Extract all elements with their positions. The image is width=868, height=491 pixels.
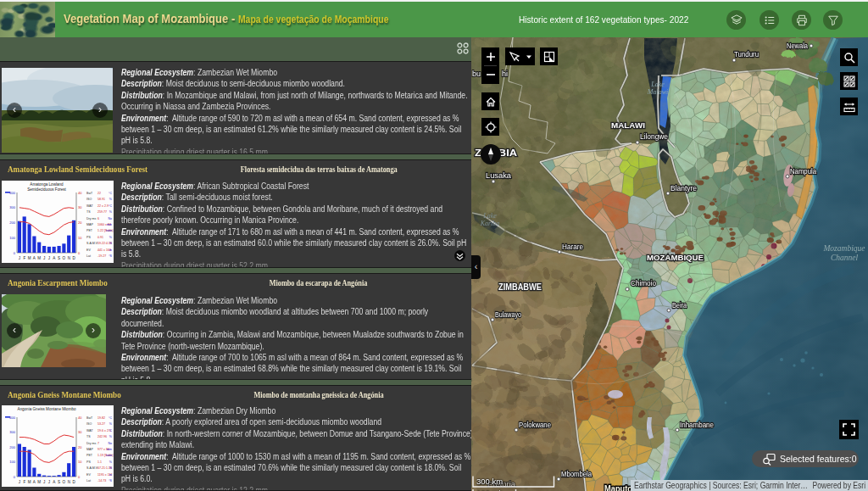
svg-text:Dry ms: Dry ms: [86, 217, 97, 220]
svg-text:-19.27: -19.27: [97, 254, 106, 258]
svg-text:MOZAMBIQUE: MOZAMBIQUE: [647, 254, 704, 262]
svg-text:F: F: [23, 480, 25, 484]
svg-text:22: 22: [97, 192, 101, 195]
svg-text:PS: PS: [86, 460, 91, 464]
svg-text:200: 200: [9, 220, 15, 225]
svg-text:O: O: [63, 256, 66, 260]
svg-text:10: 10: [78, 460, 82, 464]
svg-text:MAP: MAP: [86, 448, 93, 451]
svg-text:22 ± 2.9: 22 ± 2.9: [97, 204, 108, 208]
svg-text:1.1: 1.1: [97, 460, 102, 464]
svg-text:19.82: 19.82: [97, 416, 105, 420]
svg-text:7: 7: [97, 442, 99, 445]
svg-text:N: N: [68, 256, 70, 260]
svg-text:TS: TS: [86, 435, 91, 438]
svg-text:Inhambane: Inhambane: [680, 420, 714, 429]
svg-text:Maputo: Maputo: [604, 483, 632, 491]
svg-text:M: M: [37, 480, 41, 484]
svg-text:MALAWI: MALAWI: [611, 120, 645, 130]
svg-text:242.96: 242.96: [97, 435, 107, 438]
svg-text:°C: °C: [108, 204, 112, 208]
svg-text:20: 20: [78, 220, 82, 225]
svg-text:Mozambique: Mozambique: [822, 244, 865, 253]
svg-text:hi: hi: [502, 70, 508, 78]
svg-text:Lake: Lake: [482, 212, 497, 220]
svg-text:mm: mm: [107, 223, 112, 226]
svg-text:M: M: [37, 256, 41, 260]
svg-text:0.91: 0.91: [97, 236, 103, 239]
svg-text:ratio: ratio: [106, 229, 112, 232]
svg-text:Lilongwe: Lilongwe: [640, 131, 668, 141]
svg-text:MAP: MAP: [86, 223, 93, 226]
svg-text:°S: °S: [108, 479, 112, 483]
svg-text:Semideciduous Forest: Semideciduous Forest: [27, 187, 66, 192]
svg-text:WAT: WAT: [86, 429, 93, 432]
svg-text:mm: mm: [107, 448, 112, 451]
svg-text:M: M: [28, 480, 31, 484]
svg-text:ISO: ISO: [86, 422, 92, 426]
svg-text:Beira: Beira: [672, 300, 687, 310]
svg-text:J: J: [19, 256, 20, 260]
svg-text:300: 300: [9, 205, 15, 209]
svg-text:bu: bu: [472, 70, 481, 78]
svg-text:°C: °C: [108, 192, 112, 195]
svg-text:200: 200: [9, 445, 15, 449]
svg-text:Angonia Gneiss Montane Miombo: Angonia Gneiss Montane Miombo: [17, 407, 76, 411]
svg-text:Blantyre: Blantyre: [670, 183, 697, 192]
svg-text:S: S: [58, 256, 60, 260]
svg-text:N: N: [68, 480, 70, 484]
svg-text:EV: EV: [86, 248, 91, 252]
svg-text:58.91: 58.91: [97, 198, 105, 201]
svg-text:30: 30: [78, 430, 82, 434]
svg-text:Lat: Lat: [86, 479, 91, 483]
svg-text:40: 40: [78, 191, 82, 195]
svg-text:400: 400: [9, 416, 15, 420]
svg-text:Chimoio: Chimoio: [631, 278, 656, 287]
svg-text:TS: TS: [86, 210, 91, 214]
svg-text:PS: PS: [86, 236, 91, 239]
svg-text:53.27: 53.27: [97, 422, 105, 426]
svg-text:259.77: 259.77: [97, 210, 107, 214]
svg-text:M: M: [28, 256, 31, 260]
svg-text:S: S: [58, 480, 60, 484]
svg-text:°C: °C: [108, 429, 112, 432]
svg-text:400: 400: [9, 191, 15, 195]
svg-text:30: 30: [78, 205, 82, 209]
svg-text:Kariba: Kariba: [480, 220, 500, 227]
svg-text:100: 100: [9, 460, 15, 464]
svg-text:m: m: [109, 248, 112, 252]
svg-text:J: J: [43, 256, 45, 260]
svg-text:ratio: ratio: [106, 454, 112, 457]
svg-text:Bulawayo: Bulawayo: [495, 310, 521, 319]
svg-text:Amatonga Lowland: Amatonga Lowland: [30, 182, 64, 187]
svg-text:EV: EV: [86, 473, 91, 477]
svg-text:WAT: WAT: [86, 204, 93, 208]
svg-text:Lat: Lat: [86, 254, 91, 258]
svg-text:Channel: Channel: [831, 254, 859, 262]
svg-text:No: No: [108, 442, 112, 445]
svg-text:ZIMBABWE: ZIMBABWE: [498, 282, 542, 292]
svg-text:J: J: [48, 256, 50, 260]
svg-text:J: J: [19, 480, 20, 484]
svg-text:Lusaka: Lusaka: [486, 170, 512, 180]
svg-text:S.A.M.V: S.A.M.V: [86, 242, 98, 245]
svg-text:6: 6: [97, 217, 99, 220]
svg-text:100: 100: [9, 236, 15, 240]
svg-text:Nampula: Nampula: [790, 166, 817, 176]
svg-text:J: J: [43, 480, 45, 484]
svg-text:BwT: BwT: [86, 416, 93, 420]
svg-text:Newala: Newala: [787, 42, 808, 50]
svg-text:S.A.M.V: S.A.M.V: [86, 466, 98, 470]
svg-text:m: m: [109, 473, 112, 477]
svg-text:J: J: [48, 480, 50, 484]
svg-text:Mbombela: Mbombela: [561, 469, 593, 478]
svg-text:PET: PET: [86, 454, 93, 457]
svg-text:300: 300: [9, 430, 15, 434]
svg-text:10: 10: [78, 236, 82, 240]
svg-text:Polokwane: Polokwane: [519, 420, 551, 429]
svg-text:-14.73: -14.73: [97, 479, 106, 483]
svg-text:Malawi: Malawi: [647, 88, 668, 96]
svg-text:Dry ms: Dry ms: [86, 442, 97, 445]
svg-text:40: 40: [78, 416, 82, 420]
svg-text:Tunduru: Tunduru: [734, 50, 759, 59]
